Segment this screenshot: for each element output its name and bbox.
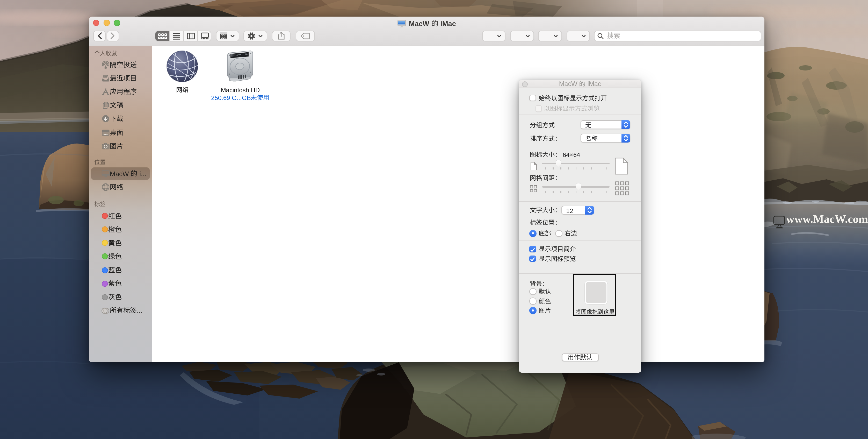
svg-text:www.MacW.com: www.MacW.com <box>786 213 868 226</box>
